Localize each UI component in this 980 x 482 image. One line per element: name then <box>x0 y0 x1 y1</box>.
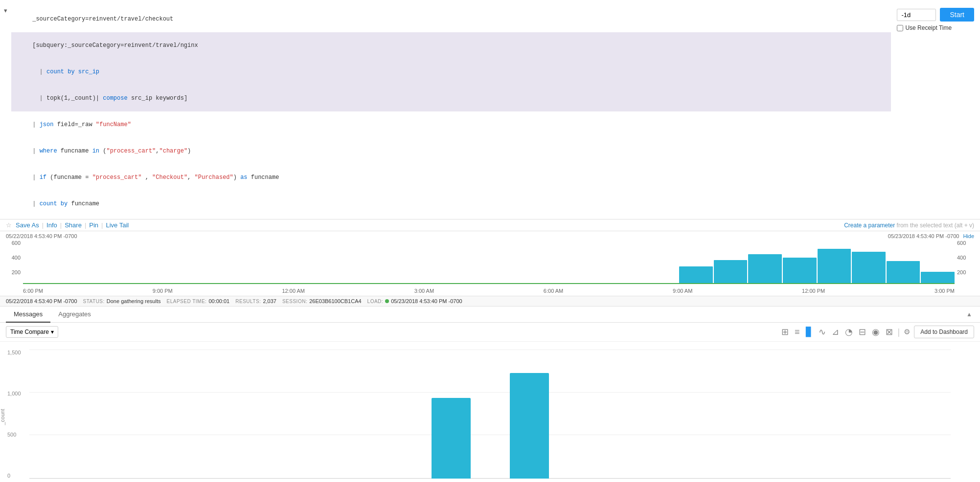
session-value: 26E03B6100CB1CA4 <box>309 298 361 304</box>
collapse-button[interactable]: ▾ <box>0 4 11 17</box>
y-label-right-200: 200 <box>957 269 974 275</box>
x-label-9pm: 9:00 PM <box>153 288 173 294</box>
histogram-container: 600 400 200 600 400 200 <box>6 240 974 294</box>
info-link[interactable]: Info <box>46 221 57 229</box>
x-label-6pm: 6:00 PM <box>23 288 43 294</box>
chart-canvas: 1,500 1,000 500 0 _count funcname <box>29 350 951 479</box>
query-toolbar: ☆ Save As | Info | Share | Pin | Live Ta… <box>0 219 980 231</box>
x-label-12pm: 12:00 PM <box>802 288 825 294</box>
y-label-400: 400 <box>6 255 21 261</box>
hbar-25 <box>852 252 886 284</box>
create-param-suffix: from the selected text (alt + v) <box>897 222 974 229</box>
query-line-7: | count by funcname <box>11 191 891 217</box>
bar-checkout <box>432 398 471 479</box>
hbar-21 <box>714 260 748 285</box>
hbar-20 <box>679 266 713 284</box>
y-label-0: 0 <box>7 473 21 479</box>
bar-purchased <box>510 373 549 479</box>
live-tail-link[interactable]: Live Tail <box>106 221 129 229</box>
x-label-3am: 3:00 AM <box>414 288 434 294</box>
elapsed-value: 00:00:01 <box>208 298 229 304</box>
x-label-6am: 6:00 AM <box>544 288 563 294</box>
status-start-date: 05/22/2018 4:53:40 PM -0700 <box>6 298 77 304</box>
y-label-500: 500 <box>7 432 21 438</box>
tab-aggregates[interactable]: Aggregates <box>50 307 99 323</box>
load-end-date: 05/23/2018 4:53:40 PM -0700 <box>391 298 462 304</box>
status-bar: 05/22/2018 4:53:40 PM -0700 STATUS: Done… <box>0 296 980 307</box>
bar-group-purchased <box>510 373 549 479</box>
tab-messages[interactable]: Messages <box>6 307 50 323</box>
pin-link[interactable]: Pin <box>89 221 98 229</box>
separator-3: | <box>85 221 86 229</box>
query-editor[interactable]: _sourceCategory=reinvent/travel/checkout… <box>11 4 891 219</box>
map-icon[interactable]: ◉ <box>871 326 881 338</box>
scatter-chart-icon[interactable]: ⊟ <box>858 326 867 338</box>
load-indicator-dot <box>385 299 389 303</box>
y-axis-title: _count <box>0 409 5 425</box>
settings-icon[interactable]: ⚙ <box>904 328 910 336</box>
chart-icons: ⊞ ≡ ▊ ∿ ⊿ ◔ ⊟ ◉ ⊠ | ⚙ Add to Dashboard <box>780 326 974 338</box>
hide-timeline-button[interactable]: Hide <box>963 233 974 239</box>
bar-chart-icon[interactable]: ▊ <box>805 326 814 338</box>
collapse-panel-button[interactable]: ▲ <box>964 309 974 320</box>
histogram-xaxis: 6:00 PM 9:00 PM 12:00 AM 3:00 AM 6:00 AM… <box>23 288 955 294</box>
time-compare-label: Time Compare <box>10 329 49 335</box>
chevron-down-icon: ▾ <box>4 7 7 14</box>
area-chart-icon[interactable]: ⊿ <box>831 326 840 338</box>
hbar-27 <box>921 272 955 284</box>
y-label-right-400: 400 <box>957 255 974 261</box>
share-link[interactable]: Share <box>65 221 82 229</box>
hbar-23 <box>783 258 817 284</box>
chart-toolbar: Time Compare ▾ ⊞ ≡ ▊ ∿ ⊿ ◔ ⊟ ◉ ⊠ | ⚙ Add… <box>0 323 980 342</box>
start-button[interactable]: Start <box>940 8 974 22</box>
table-icon[interactable]: ⊞ <box>780 326 790 338</box>
favorite-star-icon[interactable]: ☆ <box>6 221 12 229</box>
chart-bars <box>29 350 951 479</box>
x-label-12am: 12:00 AM <box>282 288 304 294</box>
separator-icon: | <box>898 327 900 337</box>
grid-icon[interactable]: ⊠ <box>885 326 894 338</box>
use-receipt-time-checkbox[interactable] <box>897 25 903 31</box>
query-section: ▾ _sourceCategory=reinvent/travel/checko… <box>0 0 980 219</box>
results-value: 2,037 <box>263 298 276 304</box>
save-as-link[interactable]: Save As <box>16 221 39 229</box>
status-value: Done gathering results <box>107 298 161 304</box>
timeline-end-date: 05/23/2018 4:53:40 PM -0700 <box>888 233 959 239</box>
y-label-1000: 1,000 <box>7 391 21 396</box>
query-line-4: | json field=_raw "funcName" <box>11 111 891 138</box>
chart-area: 1,500 1,000 500 0 _count funcname <box>0 342 980 482</box>
query-line-subquery1: [subquery:_sourceCategory=reinvent/trave… <box>11 32 891 59</box>
query-line-subquery2: | count by src_ip <box>11 59 891 85</box>
list-icon[interactable]: ≡ <box>794 326 801 338</box>
separator-4: | <box>101 221 103 229</box>
query-line-6: | if (funcname = "process_cart" , "Check… <box>11 164 891 191</box>
separator-1: | <box>42 221 44 229</box>
x-label-9am: 9:00 AM <box>673 288 692 294</box>
histogram-y-labels-right: 600 400 200 <box>957 240 974 284</box>
create-param-text: Create a parameter from the selected tex… <box>844 222 974 229</box>
hbar-26 <box>887 261 920 284</box>
status-item-results: RESULTS: 2,037 <box>235 298 276 304</box>
receipt-time-row: Use Receipt Time <box>897 24 952 31</box>
query-line-5: | where funcname in ("process_cart","cha… <box>11 138 891 164</box>
bar-group-checkout <box>432 398 471 479</box>
results-label: RESULTS: <box>235 299 261 304</box>
separator-2: | <box>60 221 62 229</box>
create-parameter-link[interactable]: Create a parameter <box>844 222 895 229</box>
add-to-dashboard-button[interactable]: Add to Dashboard <box>914 326 974 338</box>
query-line-1: _sourceCategory=reinvent/travel/checkout <box>11 6 891 32</box>
green-progress-line <box>23 283 955 284</box>
time-compare-button[interactable]: Time Compare ▾ <box>6 326 58 338</box>
time-range-input[interactable] <box>897 9 936 21</box>
timeline-dates: 05/22/2018 4:53:40 PM -0700 05/23/2018 4… <box>6 233 974 239</box>
timeline-start-date: 05/22/2018 4:53:40 PM -0700 <box>6 233 77 239</box>
pie-chart-icon[interactable]: ◔ <box>844 326 854 338</box>
status-item-session: SESSION: 26E03B6100CB1CA4 <box>282 298 362 304</box>
y-axis-labels: 1,500 1,000 500 0 <box>7 350 21 479</box>
query-line-subquery3: | topk(1,_count)| compose src_ip keyword… <box>11 85 891 111</box>
line-chart-icon[interactable]: ∿ <box>818 326 827 338</box>
x-label-3pm: 3:00 PM <box>934 288 955 294</box>
histogram-chart[interactable] <box>23 240 955 284</box>
y-label-right-600: 600 <box>957 240 974 246</box>
hbar-22 <box>748 254 782 284</box>
